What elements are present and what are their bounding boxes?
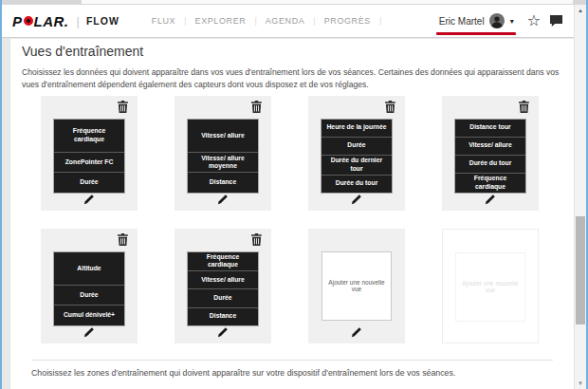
scroll-down-icon[interactable]: ▼ xyxy=(575,380,586,386)
trash-icon[interactable] xyxy=(118,233,128,246)
page-title: Vues d'entraînement xyxy=(22,44,562,59)
feedback-chat-icon[interactable] xyxy=(550,15,562,27)
data-field: Durée du tour xyxy=(455,155,525,173)
polar-logo[interactable]: PLAR. xyxy=(12,13,69,29)
device-view-preview: Vitesse/ allureVitesse/ allure moyenneDi… xyxy=(187,119,259,194)
user-menu[interactable]: Eric Martel ▾ xyxy=(439,13,514,28)
training-view-card: Heure de la journéeDuréeDurée du dernier… xyxy=(308,96,405,211)
logo-divider: | xyxy=(77,14,80,28)
add-view-panel-ghost: Ajouter une nouvelle vue xyxy=(455,252,525,322)
data-field: Vitesse/ allure xyxy=(188,270,258,288)
top-nav-bar: PLAR. | FLOW FLUX | EXPLORER | AGENDA | … xyxy=(2,5,574,38)
edit-pencil-icon[interactable] xyxy=(216,325,230,339)
views-grid: Fréquence cardiaqueZonePointer FCDuréeVi… xyxy=(41,96,562,343)
nav-item-explorer[interactable]: EXPLORER xyxy=(195,16,247,26)
edit-pencil-icon[interactable] xyxy=(484,193,497,206)
trash-icon[interactable] xyxy=(251,233,262,246)
browser-chrome-strip xyxy=(0,0,588,5)
data-field: Distance xyxy=(188,172,258,192)
user-area: Eric Martel ▾ ☆ xyxy=(439,13,566,28)
browser-address-bar-edge xyxy=(82,0,573,4)
training-view-card: Distance tourVitesse/ allureDurée du tou… xyxy=(442,96,539,211)
polar-logo-text-rest: LAR. xyxy=(34,13,69,29)
scrollbar-thumb[interactable] xyxy=(576,216,585,324)
edit-pencil-icon[interactable] xyxy=(83,193,96,206)
device-view-preview: Heure de la journéeDuréeDurée du dernier… xyxy=(321,119,393,194)
data-field: Distance tour xyxy=(455,120,525,137)
data-field: Heure de la journée xyxy=(322,120,392,137)
data-field: Distance xyxy=(188,307,258,325)
zones-note: Choisissez les zones d'entraînement qui … xyxy=(31,368,562,378)
edit-pencil-icon[interactable] xyxy=(350,325,363,339)
nav-divider: | xyxy=(184,16,186,26)
device-view-preview: Fréquence cardiaqueZonePointer FCDurée xyxy=(53,119,125,194)
edit-pencil-icon[interactable] xyxy=(216,193,230,206)
data-field: ZonePointer FC xyxy=(54,152,124,172)
nav-divider: | xyxy=(313,16,315,26)
data-field: Vitesse/ allure xyxy=(188,120,258,153)
polar-logo-text: P xyxy=(12,13,23,29)
edit-pencil-icon[interactable] xyxy=(350,193,363,206)
data-field: Vitesse/ allure xyxy=(455,137,525,155)
device-view-preview: Fréquence cardiaqueVitesse/ allureDuréeD… xyxy=(187,251,259,326)
data-field: Durée xyxy=(322,137,392,155)
section-divider xyxy=(31,360,553,361)
trash-icon[interactable] xyxy=(251,101,262,113)
data-field: Vitesse/ allure moyenne xyxy=(188,152,258,172)
nav-divider: | xyxy=(254,16,256,26)
data-field: Durée du dernier tour xyxy=(322,155,392,175)
nav-divider: | xyxy=(379,16,381,26)
trash-icon[interactable] xyxy=(118,101,128,113)
scrollbar[interactable]: ▲ ▼ xyxy=(574,5,586,389)
data-field: Fréquence cardiaque xyxy=(455,173,525,193)
training-view-card: AltitudeDuréeCumul dénivelé+ xyxy=(41,229,138,343)
nav-item-progres[interactable]: PROGRÈS xyxy=(324,16,371,26)
device-view-preview: AltitudeDuréeCumul dénivelé+ xyxy=(53,251,125,326)
add-view-card: Ajouter une nouvelle vue xyxy=(308,229,405,343)
polar-logo-o-icon xyxy=(24,16,33,26)
training-view-card: Fréquence cardiaqueVitesse/ allureDuréeD… xyxy=(175,229,271,343)
data-field: Altitude xyxy=(54,252,124,286)
intro-text: Choisissez les données qui doivent appar… xyxy=(22,66,562,92)
main-nav: FLUX | EXPLORER | AGENDA | PROGRÈS | xyxy=(152,16,390,26)
add-view-card-ghost: Ajouter une nouvelle vue xyxy=(442,229,539,343)
trash-icon[interactable] xyxy=(519,101,529,113)
nav-item-flux[interactable]: FLUX xyxy=(152,16,175,26)
data-field: Durée xyxy=(54,172,124,192)
training-view-card: Vitesse/ allureVitesse/ allure moyenneDi… xyxy=(175,96,271,211)
window-border-left xyxy=(0,0,2,389)
flow-label: FLOW xyxy=(86,15,119,27)
data-field: Fréquence cardiaque xyxy=(188,252,258,271)
chevron-down-icon: ▾ xyxy=(510,17,514,26)
data-field: Durée du tour xyxy=(322,175,392,193)
data-field: Durée xyxy=(188,288,258,306)
device-view-preview: Distance tourVitesse/ allureDurée du tou… xyxy=(454,119,526,194)
content-panel: Vues d'entraînement Choisissez les donné… xyxy=(9,39,574,389)
data-field: Cumul dénivelé+ xyxy=(54,305,124,324)
nav-item-agenda[interactable]: AGENDA xyxy=(266,16,305,26)
data-field: Durée xyxy=(54,285,124,305)
data-field: Fréquence cardiaque xyxy=(54,120,124,153)
scroll-up-icon[interactable]: ▲ xyxy=(575,8,586,13)
edit-pencil-icon[interactable] xyxy=(83,325,96,339)
add-view-panel[interactable]: Ajouter une nouvelle vue xyxy=(322,251,392,321)
user-name: Eric Martel xyxy=(439,16,485,27)
favorites-star-icon[interactable]: ☆ xyxy=(527,13,541,28)
avatar xyxy=(489,13,505,28)
trash-icon[interactable] xyxy=(385,101,395,113)
training-view-card: Fréquence cardiaqueZonePointer FCDurée xyxy=(41,96,138,211)
